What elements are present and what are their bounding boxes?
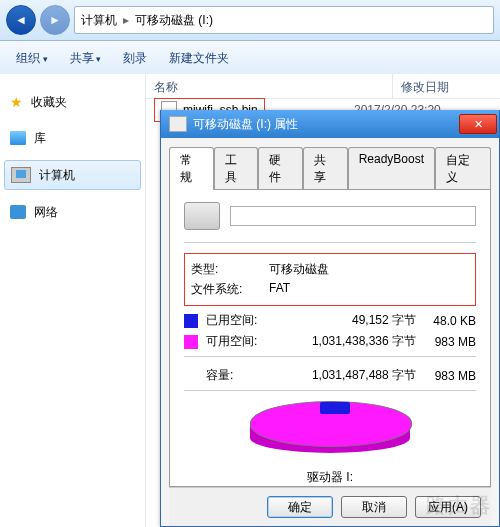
capacity-bytes: 1,031,487,488 字节 (276, 367, 416, 384)
dialog-titlebar[interactable]: 可移动磁盘 (I:) 属性 ✕ (161, 110, 499, 138)
column-header-date[interactable]: 修改日期 (393, 74, 500, 98)
breadcrumb-seg-computer[interactable]: 计算机 (81, 12, 117, 29)
drive-letter-label: 驱动器 I: (307, 469, 353, 486)
ok-button[interactable]: 确定 (267, 496, 333, 518)
sidebar-item-label: 网络 (34, 204, 58, 221)
highlight-box: 类型: 可移动磁盘 文件系统: FAT (184, 253, 476, 306)
used-swatch-icon (184, 314, 198, 328)
sidebar-item-label: 计算机 (39, 167, 75, 184)
disk-usage-pie-chart (250, 401, 410, 461)
drive-icon (184, 202, 220, 230)
tab-tools[interactable]: 工具 (214, 147, 259, 190)
tab-general[interactable]: 常规 (169, 147, 214, 190)
network-icon (10, 205, 26, 219)
sidebar-item-libraries[interactable]: 库 (0, 124, 145, 152)
filesystem-label: 文件系统: (191, 281, 261, 298)
capacity-label: 容量: (206, 367, 276, 384)
toolbar-new-folder[interactable]: 新建文件夹 (159, 46, 239, 71)
drive-icon (169, 116, 187, 132)
type-label: 类型: (191, 261, 261, 278)
tab-readyboost[interactable]: ReadyBoost (348, 147, 435, 190)
library-icon (10, 131, 26, 145)
tab-pane-general: 类型: 可移动磁盘 文件系统: FAT 已用空间: 49,152 字节 48.0… (169, 189, 491, 487)
toolbar: 组织 共享 刻录 新建文件夹 (0, 41, 500, 76)
sidebar-item-label: 收藏夹 (31, 94, 67, 111)
tab-sharing[interactable]: 共享 (303, 147, 348, 190)
sidebar-item-label: 库 (34, 130, 46, 147)
free-space-human: 983 MB (416, 335, 476, 349)
toolbar-organize[interactable]: 组织 (6, 46, 58, 71)
sidebar-item-computer[interactable]: 计算机 (4, 160, 141, 190)
used-space-label: 已用空间: (206, 312, 276, 329)
sidebar-item-network[interactable]: 网络 (0, 198, 145, 226)
type-value: 可移动磁盘 (269, 261, 329, 278)
free-swatch-icon (184, 335, 198, 349)
breadcrumb-seg-drive[interactable]: 可移动磁盘 (I:) (135, 12, 213, 29)
chevron-right-icon: ▸ (123, 13, 129, 27)
tab-strip: 常规 工具 硬件 共享 ReadyBoost 自定义 (169, 146, 491, 189)
toolbar-burn[interactable]: 刻录 (113, 46, 157, 71)
free-space-label: 可用空间: (206, 333, 276, 350)
sidebar: ★ 收藏夹 库 计算机 网络 (0, 74, 145, 527)
used-space-human: 48.0 KB (416, 314, 476, 328)
filesystem-value: FAT (269, 281, 290, 298)
nav-back-button[interactable]: ◄ (6, 5, 36, 35)
column-header-name[interactable]: 名称 (146, 74, 393, 98)
toolbar-share[interactable]: 共享 (60, 46, 112, 71)
tab-hardware[interactable]: 硬件 (258, 147, 303, 190)
used-space-bytes: 49,152 字节 (276, 312, 416, 329)
breadcrumb[interactable]: 计算机 ▸ 可移动磁盘 (I:) (74, 6, 494, 34)
capacity-human: 983 MB (416, 369, 476, 383)
computer-icon (11, 167, 31, 183)
tab-custom[interactable]: 自定义 (435, 147, 491, 190)
cancel-button[interactable]: 取消 (341, 496, 407, 518)
free-space-bytes: 1,031,438,336 字节 (276, 333, 416, 350)
properties-dialog: 可移动磁盘 (I:) 属性 ✕ 常规 工具 硬件 共享 ReadyBoost 自… (160, 110, 500, 527)
close-button[interactable]: ✕ (459, 114, 497, 134)
star-icon: ★ (10, 94, 23, 110)
drive-label-input[interactable] (230, 206, 476, 226)
sidebar-item-favorites[interactable]: ★ 收藏夹 (0, 88, 145, 116)
nav-forward-button[interactable]: ► (40, 5, 70, 35)
dialog-title: 可移动磁盘 (I:) 属性 (193, 116, 459, 133)
watermark: 路由器 (426, 492, 492, 519)
